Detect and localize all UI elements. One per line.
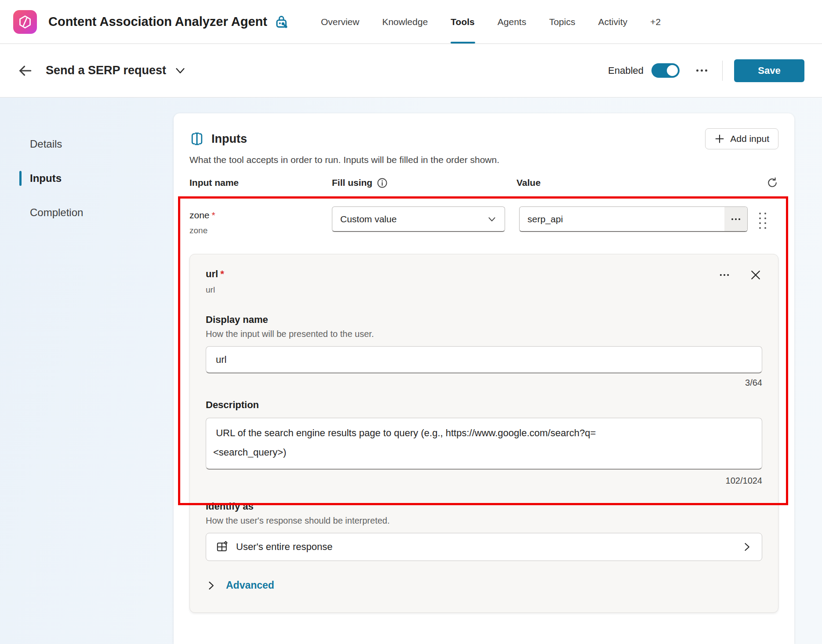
required-asterisk: *	[220, 268, 224, 279]
advanced-label: Advanced	[226, 579, 274, 591]
fill-using-selected: Custom value	[340, 214, 487, 224]
panel-subtitle: What the tool accepts in order to run. I…	[189, 155, 778, 165]
identify-as-hint: How the user's response should be interp…	[206, 516, 762, 526]
info-icon[interactable]	[377, 177, 388, 188]
display-name-hint: How the input will be presented to the u…	[206, 329, 762, 339]
column-fill-using: Fill using	[332, 177, 372, 188]
back-arrow-icon[interactable]	[18, 63, 33, 78]
description-counter: 102/1024	[206, 476, 762, 486]
zone-subname: zone	[189, 226, 332, 235]
value-more-button[interactable]	[724, 207, 747, 231]
drag-handle-icon[interactable]	[759, 213, 767, 229]
zone-value-field[interactable]	[519, 206, 748, 232]
toolbar-more-button[interactable]	[693, 66, 711, 75]
sidebar-item-completion[interactable]: Completion	[0, 201, 174, 224]
inputs-panel: Inputs Add input What the tool accepts i…	[174, 113, 794, 644]
tool-name: Send a SERP request	[46, 64, 166, 77]
tab-knowledge[interactable]: Knowledge	[371, 0, 439, 43]
identify-as-label: Identify as	[206, 501, 762, 512]
url-input-card: url* url	[189, 254, 778, 613]
display-name-counter: 3/64	[206, 378, 762, 388]
tab-more[interactable]: +2	[639, 0, 672, 43]
display-name-label: Display name	[206, 314, 762, 326]
inputs-icon	[189, 131, 204, 146]
tab-tools[interactable]: Tools	[439, 0, 486, 43]
advanced-expander[interactable]: Advanced	[206, 579, 762, 591]
inputs-panel-header: Inputs Add input	[189, 128, 778, 149]
input-row-zone: zone* zone Custom value	[189, 206, 778, 235]
enabled-label: Enabled	[608, 65, 644, 76]
divider	[722, 61, 723, 81]
identify-as-selector[interactable]: User's entire response	[206, 533, 762, 561]
description-textarea[interactable]: URL of the search engine results page to…	[206, 418, 762, 470]
top-nav: Overview Knowledge Tools Agents Topics A…	[309, 0, 672, 43]
identify-as-value: User's entire response	[236, 541, 332, 553]
column-headers: Input name Fill using Value	[189, 177, 778, 189]
required-asterisk: *	[212, 210, 215, 220]
fill-using-dropdown[interactable]: Custom value	[332, 206, 505, 232]
display-name-input[interactable]	[206, 346, 762, 373]
plus-icon	[714, 134, 725, 144]
app-title: Content Association Analyzer Agent	[48, 14, 267, 29]
display-name-section: Display name How the input will be prese…	[206, 314, 762, 388]
chevron-right-icon	[742, 542, 752, 552]
url-more-button[interactable]	[718, 269, 731, 281]
chevron-down-icon[interactable]	[175, 65, 185, 76]
content-area: Details Inputs Completion Inputs Add inp…	[0, 98, 822, 644]
tab-activity[interactable]: Activity	[587, 0, 639, 43]
description-label: Description	[206, 399, 762, 411]
tab-topics[interactable]: Topics	[538, 0, 587, 43]
url-subname: url	[206, 285, 224, 295]
chevron-right-icon	[206, 580, 216, 591]
app-logo	[13, 10, 37, 34]
identify-as-section: Identify as How the user's response shou…	[206, 501, 762, 561]
lock-key-icon	[274, 14, 289, 29]
add-input-label: Add input	[730, 134, 769, 144]
tab-overview[interactable]: Overview	[309, 0, 371, 43]
save-button[interactable]: Save	[734, 59, 804, 82]
column-value: Value	[516, 177, 766, 188]
close-icon[interactable]	[749, 268, 762, 282]
sidebar-item-details[interactable]: Details	[0, 133, 174, 156]
sidebar: Details Inputs Completion	[0, 98, 174, 644]
tool-toolbar: Send a SERP request Enabled Save	[0, 44, 822, 98]
sidebar-item-inputs[interactable]: Inputs	[0, 167, 174, 190]
column-input-name: Input name	[189, 177, 332, 188]
url-name-label: url*	[206, 268, 224, 280]
add-input-button[interactable]: Add input	[705, 128, 778, 149]
description-section: Description URL of the search engine res…	[206, 399, 762, 486]
panel-title: Inputs	[211, 132, 247, 146]
zone-value-input[interactable]	[520, 207, 724, 231]
response-grid-icon	[216, 540, 229, 554]
app-header: Content Association Analyzer Agent Overv…	[0, 0, 822, 44]
zone-name-label: zone*	[189, 210, 332, 221]
refresh-icon[interactable]	[766, 177, 778, 189]
tab-agents[interactable]: Agents	[486, 0, 538, 43]
hexagon-code-icon	[18, 15, 32, 29]
enabled-toggle[interactable]	[651, 63, 680, 78]
chevron-down-icon	[487, 214, 497, 224]
